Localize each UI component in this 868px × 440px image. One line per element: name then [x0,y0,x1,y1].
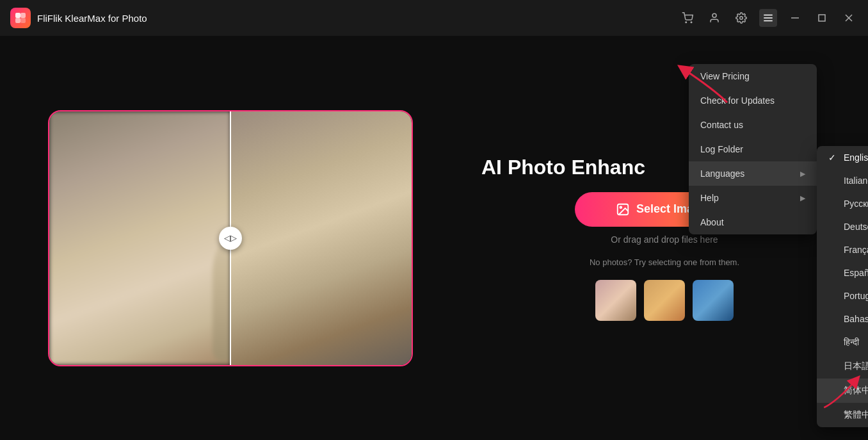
lang-japanese[interactable]: 日本語 [817,354,868,379]
svg-rect-12 [819,15,825,21]
menu-item-languages[interactable]: Languages ▶ [689,161,817,186]
app-logo [10,8,31,28]
close-button[interactable] [840,9,858,27]
menu-icon[interactable] [759,9,777,27]
svg-point-7 [740,17,743,20]
menu-item-about[interactable]: About [689,210,817,234]
svg-point-4 [686,22,687,23]
sample-thumb-2[interactable] [644,280,685,321]
lang-russian[interactable]: Русский [817,192,868,215]
language-submenu: ✓ English Italiano Русский Deutsch Franç… [817,146,868,427]
maximize-button[interactable] [813,9,831,27]
svg-point-5 [691,22,692,23]
settings-icon[interactable] [732,9,750,27]
lang-english[interactable]: ✓ English [817,146,868,169]
check-icon: ✓ [828,152,839,163]
drag-drop-text: Or drag and drop files here [611,234,718,245]
menu-item-check-updates[interactable]: Check for Updates [689,88,817,113]
sample-thumb-1[interactable] [595,280,636,321]
menu-item-view-pricing[interactable]: View Pricing [689,64,817,88]
lang-traditional-chinese[interactable]: 繁體中文 [817,403,868,427]
sample-thumb-3[interactable] [693,280,734,321]
svg-rect-3 [20,18,26,23]
languages-arrow: ▶ [800,170,805,178]
lang-italiano[interactable]: Italiano [817,169,868,192]
app-brand: FliFlik KlearMax for Photo [10,8,147,28]
lang-deutsch[interactable]: Deutsch [817,215,868,238]
window-controls [679,9,858,27]
lang-spanish[interactable]: Español [817,261,868,284]
lang-simplified-chinese[interactable]: 简体中文 [817,379,868,403]
lang-hindi[interactable]: हिन्दी [817,330,868,354]
svg-rect-0 [15,13,20,18]
menu-item-contact[interactable]: Contact us [689,113,817,137]
image-comparison: ◁▷ [48,110,413,366]
svg-rect-1 [20,13,26,18]
help-arrow: ▶ [800,194,805,202]
dropdown-menu: View Pricing Check for Updates Contact u… [689,64,817,234]
menu-item-log-folder[interactable]: Log Folder [689,137,817,161]
title-bar: FliFlik KlearMax for Photo [0,0,868,36]
lang-bahasa[interactable]: Bahasa Indonesia [817,307,868,330]
after-image [230,111,412,365]
lang-portuguese[interactable]: Português [817,284,868,307]
menu-item-help[interactable]: Help ▶ [689,186,817,210]
lang-french[interactable]: Français [817,238,868,261]
before-image [49,111,230,365]
preview-panel: ◁▷ [0,36,461,440]
svg-rect-2 [15,18,20,23]
svg-point-6 [712,13,716,17]
cart-icon[interactable] [679,9,696,27]
svg-point-16 [620,206,622,208]
main-content: ◁▷ AI Photo Enhanc Select Images Or drag… [0,36,868,440]
enhance-title: AI Photo Enhanc [481,156,645,179]
minimize-button[interactable] [786,9,804,27]
app-title: FliFlik KlearMax for Photo [37,13,147,24]
comparison-handle[interactable]: ◁▷ [219,227,242,250]
sample-images-row [595,280,734,321]
user-icon[interactable] [705,9,723,27]
sample-prompt-text: No photos? Try selecting one from them. [590,257,739,267]
